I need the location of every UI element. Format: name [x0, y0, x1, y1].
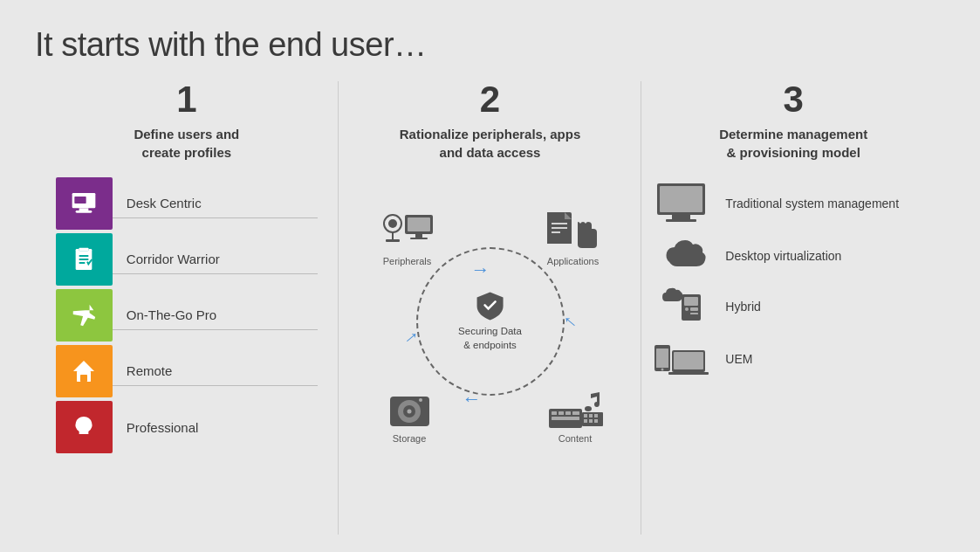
center-text: Securing Data & endpoints [458, 290, 522, 352]
profile-desk-centric: Desk Centric [56, 177, 318, 230]
svg-point-14 [388, 219, 397, 228]
svg-rect-42 [589, 419, 593, 423]
on-the-go-label: On-The-Go Pro [113, 300, 318, 330]
profiles-list: Desk Centric Corridor Warrior [56, 177, 318, 457]
profile-on-the-go-pro: On-The-Go Pro [56, 289, 318, 342]
applications-icon [543, 208, 604, 256]
mgmt-uem: UEM [650, 338, 936, 380]
profile-corridor-warrior: Corridor Warrior [56, 233, 318, 286]
svg-rect-52 [690, 313, 698, 314]
svg-rect-18 [408, 217, 430, 231]
remote-label: Remote [113, 356, 318, 386]
desk-centric-icon-box [56, 177, 113, 230]
column-3: 3 Determine management& provisioning mod… [641, 81, 945, 535]
hybrid-icon-container [650, 286, 711, 328]
desk-icon [70, 190, 98, 217]
column-2: 2 Rationalize peripherals, appsand data … [339, 81, 642, 535]
svg-rect-4 [75, 197, 86, 204]
uem-label: UEM [725, 352, 752, 366]
professional-label: Professional [113, 413, 318, 442]
svg-rect-41 [584, 419, 587, 423]
peripherals-node: Peripherals [377, 208, 438, 266]
col2-title: Rationalize peripherals, appsand data ac… [400, 125, 581, 162]
svg-rect-38 [584, 414, 587, 417]
monitor-mgmt-icon [653, 182, 709, 225]
arrow-left-bottom: ← [463, 388, 482, 411]
svg-rect-7 [79, 248, 89, 252]
cloud-icon-container [650, 236, 711, 275]
storage-label: Storage [393, 433, 427, 444]
mgmt-virtualization: Desktop virtualization [650, 236, 936, 275]
col1-title: Define users andcreate profiles [134, 125, 239, 162]
home-icon [70, 357, 98, 385]
svg-point-29 [419, 398, 422, 402]
svg-rect-54 [656, 348, 668, 368]
column-1: 1 Define users andcreate profiles Desk C… [35, 81, 339, 535]
professional-icon-box [56, 401, 113, 453]
mgmt-traditional: Traditional system management [650, 182, 936, 225]
svg-rect-16 [386, 239, 400, 242]
svg-rect-34 [572, 411, 579, 415]
corridor-warrior-label: Corridor Warrior [113, 245, 318, 274]
profile-professional: Professional [56, 401, 318, 453]
svg-rect-47 [666, 219, 696, 222]
svg-rect-35 [552, 417, 579, 420]
storage-node: Storage [386, 390, 434, 444]
svg-rect-40 [594, 414, 598, 417]
content-node: Content [547, 390, 604, 444]
devices-icon-container [650, 338, 711, 380]
virtualization-label: Desktop virtualization [725, 249, 841, 263]
plane-icon [70, 301, 98, 329]
peripherals-label: Peripherals [383, 256, 432, 266]
svg-rect-45 [660, 186, 702, 212]
content-icon [547, 390, 604, 433]
svg-point-55 [661, 369, 663, 371]
svg-rect-32 [559, 411, 564, 415]
svg-rect-33 [565, 411, 571, 415]
columns-container: 1 Define users andcreate profiles Desk C… [35, 81, 945, 535]
storage-icon [386, 390, 434, 433]
col3-title: Determine management& provisioning model [719, 125, 867, 162]
profile-remote: Remote [56, 345, 318, 397]
lightbulb-icon [70, 413, 98, 441]
svg-point-36 [585, 406, 592, 411]
svg-rect-51 [690, 307, 698, 311]
remote-icon-box [56, 345, 113, 397]
col2-number: 2 [480, 81, 500, 118]
on-the-go-icon-box [56, 289, 113, 342]
mgmt-hybrid: Hybrid [650, 286, 936, 328]
svg-rect-49 [684, 297, 698, 306]
center-label-line2: & endpoints [463, 341, 517, 351]
applications-label: Applications [547, 256, 599, 266]
svg-rect-1 [79, 208, 89, 210]
peripherals-icon [377, 208, 438, 256]
traditional-label: Traditional system management [725, 197, 899, 210]
diagram-container: Peripherals → Applications [368, 182, 613, 461]
col1-number: 1 [176, 81, 196, 118]
desk-centric-label: Desk Centric [113, 189, 318, 218]
svg-rect-57 [674, 352, 703, 369]
svg-rect-12 [80, 375, 87, 382]
svg-rect-39 [589, 414, 593, 417]
svg-point-50 [685, 307, 689, 311]
main-title: It starts with the end user… [35, 26, 945, 64]
shield-icon [476, 290, 505, 321]
applications-node: Applications [543, 208, 604, 266]
col3-number: 3 [784, 81, 804, 118]
svg-rect-19 [415, 234, 422, 238]
svg-rect-46 [672, 215, 690, 219]
svg-rect-58 [668, 372, 709, 375]
svg-rect-31 [552, 411, 557, 415]
clipboard-icon [70, 245, 98, 273]
cloud-icon [653, 236, 709, 275]
monitor-icon-container [650, 182, 711, 225]
svg-point-3 [88, 194, 92, 197]
devices-icon [653, 338, 709, 380]
svg-point-28 [407, 410, 411, 414]
corridor-warrior-icon-box [56, 233, 113, 286]
svg-rect-20 [410, 238, 428, 239]
center-label-line1: Securing Data [458, 326, 522, 336]
svg-rect-43 [594, 419, 598, 423]
mgmt-list: Traditional system management Desktop vi… [650, 182, 936, 380]
hybrid-icon [653, 286, 709, 328]
